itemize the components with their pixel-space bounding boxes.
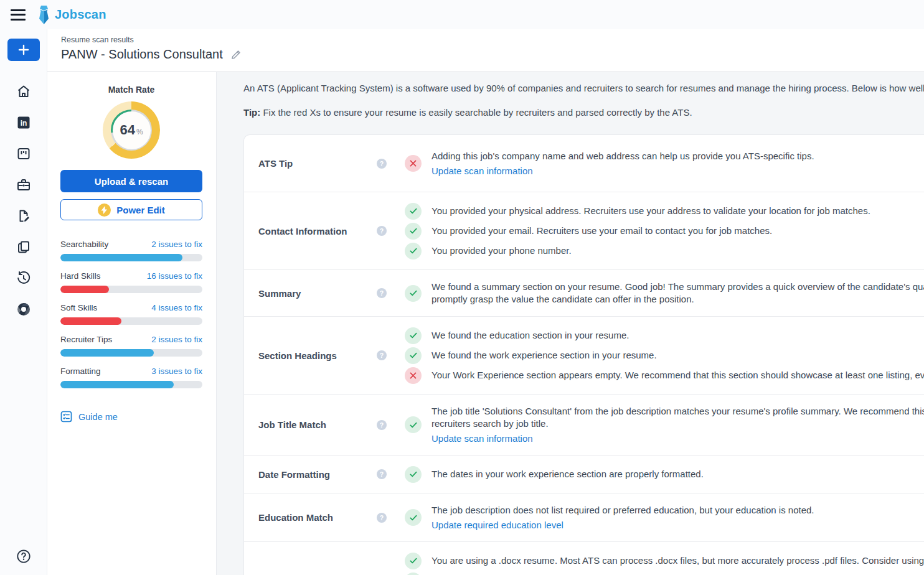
match-rate-donut: 64 %: [103, 101, 160, 159]
match-rate-value: 64: [120, 122, 134, 138]
result-item: Your file name doesn't contain special c…: [405, 571, 924, 575]
ats-intro-text: An ATS (Applicant Tracking System) is a …: [243, 83, 924, 93]
linkedin-icon[interactable]: in: [16, 115, 31, 130]
green-check-icon: [405, 285, 422, 302]
score-panel: Match Rate 64 % Upload & rescan: [47, 72, 217, 575]
green-check-icon: [405, 327, 422, 344]
match-rate-unit: %: [136, 128, 143, 136]
progress-track: [60, 317, 202, 325]
rail-icon-list: in: [16, 84, 31, 317]
power-edit-button[interactable]: Power Edit: [60, 199, 202, 220]
result-row: Section Headings?We found the education …: [244, 317, 924, 395]
copies-icon[interactable]: [16, 240, 31, 255]
guide-me-label: Guide me: [78, 412, 118, 422]
category-row: Recruiter Tips2 issues to fix: [60, 335, 202, 357]
result-item: Your Work Experience section appears emp…: [405, 365, 924, 385]
upload-rescan-button[interactable]: Upload & rescan: [60, 170, 202, 192]
result-text: The job title 'Solutions Consultant' fro…: [431, 405, 924, 418]
result-row-label: Contact Information: [258, 226, 377, 236]
result-row-label: Section Headings: [258, 350, 377, 361]
red-x-icon: [405, 155, 422, 172]
issues-to-fix-link[interactable]: 16 issues to fix: [147, 271, 202, 281]
result-item: You provided your phone number.: [405, 241, 924, 261]
green-check-icon: [405, 223, 422, 240]
home-icon[interactable]: [16, 84, 31, 99]
category-row: Formatting3 issues to fix: [60, 367, 202, 388]
result-text: We found a summary section on your resum…: [431, 281, 924, 293]
jobscan-logo[interactable]: Jobscan: [37, 6, 106, 24]
result-item: We found the work experience section in …: [405, 345, 924, 365]
result-action-link[interactable]: Update required education level: [431, 520, 563, 530]
result-text: The dates in your work experience sectio…: [431, 468, 704, 480]
result-row-label: Date Formatting: [258, 469, 377, 480]
question-mark-icon[interactable]: ?: [377, 288, 387, 298]
result-item: We found the education section in your r…: [405, 325, 924, 345]
green-check-icon: [405, 347, 422, 364]
chrome-icon[interactable]: [16, 302, 31, 317]
green-check-icon: [405, 573, 422, 575]
match-rate-label: Match Rate: [60, 85, 202, 95]
progress-fill: [60, 286, 109, 293]
guide-me-link[interactable]: Guide me: [60, 411, 202, 423]
new-scan-button[interactable]: [7, 39, 40, 61]
result-text: Adding this job's company name and web a…: [431, 150, 814, 162]
progress-track: [60, 254, 202, 261]
result-action-link[interactable]: Update scan information: [431, 433, 533, 444]
result-text: recruiters search by job title.: [431, 418, 924, 430]
issues-to-fix-link[interactable]: 3 issues to fix: [151, 367, 202, 376]
green-check-icon: [405, 466, 422, 483]
jobs-briefcase-icon[interactable]: [16, 177, 31, 192]
result-text: You provided your phone number.: [431, 245, 572, 257]
green-check-icon: [405, 243, 422, 259]
result-text: Your Work Experience section appears emp…: [431, 369, 924, 381]
help-icon[interactable]: [16, 549, 31, 564]
issues-to-fix-link[interactable]: 4 issues to fix: [151, 303, 202, 312]
resume-edit-icon[interactable]: [16, 208, 31, 223]
result-action-link[interactable]: Update scan information: [431, 166, 533, 176]
result-row-label: Education Match: [258, 512, 377, 523]
category-row: Hard Skills16 issues to fix: [60, 271, 202, 293]
category-list: Searchability2 issues to fixHard Skills1…: [60, 240, 202, 388]
tracker-board-icon[interactable]: [16, 146, 31, 161]
history-icon[interactable]: [16, 271, 31, 286]
main-content: An ATS (Applicant Tracking System) is a …: [217, 72, 924, 575]
result-row-label: Job Title Match: [258, 419, 377, 430]
result-row-label: ATS Tip: [258, 158, 377, 169]
green-check-icon: [405, 509, 422, 526]
jobscan-tie-icon: [37, 6, 50, 24]
green-check-icon: [405, 203, 422, 220]
progress-fill: [60, 317, 121, 325]
issues-to-fix-link[interactable]: 2 issues to fix: [151, 240, 202, 249]
result-row: Date Formatting?The dates in your work e…: [244, 456, 924, 493]
breadcrumb: Resume scan results: [61, 35, 924, 44]
results-card: ATS Tip?Adding this job's company name a…: [243, 134, 924, 575]
category-label: Searchability: [60, 240, 108, 249]
svg-text:in: in: [20, 119, 27, 128]
category-label: Recruiter Tips: [60, 335, 112, 344]
question-mark-icon[interactable]: ?: [377, 226, 387, 236]
top-bar: Jobscan: [0, 0, 924, 29]
question-mark-icon[interactable]: ?: [377, 513, 387, 523]
icon-rail: in: [0, 29, 47, 575]
category-label: Soft Skills: [60, 303, 97, 312]
question-mark-icon[interactable]: ?: [377, 420, 387, 430]
app-window: Jobscan in: [0, 0, 924, 575]
progress-fill: [60, 254, 182, 261]
question-mark-icon[interactable]: ?: [377, 159, 387, 169]
checklist-icon: [60, 411, 72, 423]
result-row: Job Title Match?The job title 'Solutions…: [244, 395, 924, 456]
progress-track: [60, 381, 202, 388]
category-label: Hard Skills: [60, 271, 101, 281]
result-row: ATS Tip?Adding this job's company name a…: [244, 135, 924, 192]
result-item: The job description does not list requir…: [405, 502, 924, 533]
edit-title-pencil-icon[interactable]: [231, 50, 241, 60]
result-row-label: Summary: [258, 288, 377, 299]
question-mark-icon[interactable]: ?: [377, 350, 387, 360]
question-mark-icon[interactable]: ?: [377, 469, 387, 479]
result-row: Summary?We found a summary section on yo…: [244, 270, 924, 317]
result-row: Education Match?The job description does…: [244, 493, 924, 542]
issues-to-fix-link[interactable]: 2 issues to fix: [151, 335, 202, 344]
hamburger-menu-icon[interactable]: [11, 9, 26, 21]
green-check-icon: [405, 553, 422, 569]
red-x-icon: [405, 367, 422, 384]
